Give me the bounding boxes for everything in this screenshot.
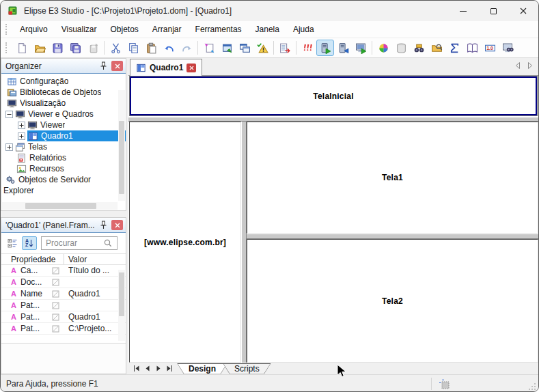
insert-frame-button[interactable] bbox=[236, 40, 253, 56]
sidebar-splitter[interactable] bbox=[1, 211, 126, 217]
tab-scroll-left-icon[interactable] bbox=[515, 61, 521, 70]
last-sheet-button[interactable] bbox=[164, 364, 175, 374]
new-button[interactable] bbox=[13, 40, 31, 56]
scrollbar-thumb[interactable] bbox=[119, 272, 124, 316]
tab-quadro1[interactable]: Quadro1 bbox=[130, 59, 202, 76]
stop-application-button[interactable] bbox=[334, 40, 352, 56]
config-icon bbox=[7, 76, 17, 87]
register-server-button[interactable] bbox=[84, 40, 102, 56]
menu-visualizar[interactable]: Visualizar bbox=[55, 21, 104, 38]
search-button[interactable] bbox=[410, 40, 428, 56]
tree-item-relatorios[interactable]: Relatórios bbox=[1, 152, 126, 163]
column-valor[interactable]: Valor bbox=[68, 255, 87, 264]
tree-item-bibliotecas[interactable]: Bibliotecas de Objetos bbox=[1, 87, 126, 98]
property-name: Doc... bbox=[20, 277, 52, 287]
expand-expander-icon[interactable] bbox=[18, 122, 25, 129]
design-canvas[interactable]: TelaInicial [www.elipse.com.br] Tela1 Te… bbox=[128, 76, 538, 363]
properties-pin-button[interactable] bbox=[97, 220, 109, 231]
tree-item-recursos[interactable]: Recursos bbox=[1, 163, 126, 174]
horizontal-splitter-top[interactable] bbox=[128, 117, 538, 122]
property-row[interactable]: A Pat... bbox=[1, 300, 126, 311]
run-viewer-button[interactable] bbox=[352, 40, 370, 56]
first-sheet-button[interactable] bbox=[131, 364, 142, 374]
search-in-files-button[interactable] bbox=[428, 40, 445, 56]
tree-item-viewer-e-quadros[interactable]: Viewer e Quadros bbox=[1, 109, 126, 120]
vertical-splitter[interactable] bbox=[241, 122, 247, 363]
next-sheet-button[interactable] bbox=[153, 364, 164, 374]
close-button[interactable] bbox=[508, 1, 538, 21]
redo-button[interactable] bbox=[178, 40, 195, 56]
tree-label: Viewer bbox=[40, 120, 65, 130]
resize-grip[interactable] bbox=[527, 382, 536, 391]
properties-close-button[interactable] bbox=[111, 220, 123, 230]
categorized-view-button[interactable] bbox=[5, 236, 20, 250]
tab-scripts[interactable]: Scripts bbox=[223, 363, 271, 374]
tree-item-configuracao[interactable]: Configuração bbox=[1, 76, 126, 87]
minimize-button[interactable] bbox=[448, 1, 478, 21]
undo-button[interactable] bbox=[160, 40, 178, 56]
menu-ajuda[interactable]: Ajuda bbox=[286, 21, 321, 38]
paste-button[interactable] bbox=[142, 40, 160, 56]
property-row[interactable]: A Ca... Título do ... bbox=[1, 265, 126, 277]
tree-item-telas[interactable]: Telas bbox=[1, 141, 126, 152]
database-button[interactable] bbox=[392, 40, 410, 56]
menu-arranjar[interactable]: Arranjar bbox=[146, 21, 189, 38]
search-input[interactable] bbox=[46, 238, 103, 248]
property-value[interactable]: Quadro1 bbox=[68, 289, 126, 298]
organizer-toggle-button[interactable] bbox=[276, 40, 294, 56]
version-control-button[interactable]: 1.0 bbox=[481, 40, 499, 56]
save-button[interactable] bbox=[49, 40, 66, 56]
organizer-close-button[interactable] bbox=[111, 61, 123, 71]
tree-label: Configuração bbox=[20, 76, 68, 86]
column-propriedade[interactable]: Propriedade bbox=[11, 255, 64, 264]
critical-errors-button[interactable] bbox=[299, 40, 316, 56]
scrollbar-thumb[interactable] bbox=[25, 203, 96, 209]
frame-www-elipse[interactable]: [www.elipse.com.br] bbox=[129, 122, 241, 363]
tree-item-explorer[interactable]: Explorer bbox=[1, 185, 126, 196]
property-row[interactable]: A Doc... bbox=[1, 277, 126, 288]
expand-expander-icon[interactable] bbox=[18, 132, 25, 140]
insert-object-button[interactable] bbox=[200, 40, 218, 56]
library-button[interactable] bbox=[463, 40, 481, 56]
sort-alphabetical-button[interactable]: A Z bbox=[22, 236, 37, 250]
frame-tela1[interactable]: Tela1 bbox=[247, 122, 538, 234]
tab-close-button[interactable] bbox=[186, 64, 196, 72]
menu-ferramentas[interactable]: Ferramentas bbox=[189, 21, 249, 38]
close-icon bbox=[189, 66, 194, 70]
expressions-button[interactable] bbox=[445, 40, 463, 56]
run-application-button[interactable] bbox=[316, 40, 334, 56]
tree-item-visualizacao[interactable]: Visualização bbox=[1, 98, 126, 109]
organizer-pin-button[interactable] bbox=[97, 61, 109, 72]
open-button[interactable] bbox=[31, 40, 49, 56]
maximize-button[interactable] bbox=[478, 1, 508, 21]
collapse-expander-icon[interactable] bbox=[5, 111, 13, 118]
tab-scroll-right-icon[interactable] bbox=[527, 61, 533, 70]
frame-telainicial[interactable]: TelaInicial bbox=[130, 76, 537, 115]
tree-item-objetos-de-servidor[interactable]: Objetos de Servidor bbox=[1, 174, 126, 185]
tree-item-viewer[interactable]: Viewer bbox=[1, 120, 126, 130]
menu-arquivo[interactable]: Arquivo bbox=[13, 21, 55, 38]
property-row[interactable]: A Pat... Quadro1 bbox=[1, 311, 126, 323]
insert-gallery-button[interactable] bbox=[374, 40, 392, 56]
property-value[interactable]: Título do ... bbox=[68, 266, 126, 275]
save-all-button[interactable] bbox=[66, 40, 84, 56]
menu-janela[interactable]: Janela bbox=[249, 21, 286, 38]
property-row[interactable]: A Name Quadro1 bbox=[1, 288, 126, 300]
expand-expander-icon[interactable] bbox=[5, 143, 13, 151]
property-type-glyph: A bbox=[11, 290, 20, 298]
horizontal-splitter-middle[interactable] bbox=[247, 234, 538, 239]
menu-objetos[interactable]: Objetos bbox=[104, 21, 146, 38]
property-row[interactable]: A Pat... C:\Projeto... bbox=[1, 323, 126, 335]
watch-viewer-button[interactable] bbox=[499, 40, 516, 56]
insert-screen-in-frame-button[interactable] bbox=[218, 40, 236, 56]
tree-item-quadro1[interactable]: Quadro1 bbox=[1, 130, 126, 141]
property-value[interactable]: C:\Projeto... bbox=[68, 324, 126, 333]
cut-button[interactable] bbox=[107, 40, 124, 56]
tab-design[interactable]: Design bbox=[177, 363, 227, 374]
verify-application-button[interactable] bbox=[253, 40, 271, 56]
frame-tela2[interactable]: Tela2 bbox=[247, 239, 538, 363]
scrollbar-thumb[interactable] bbox=[119, 121, 124, 194]
property-value[interactable]: Quadro1 bbox=[68, 312, 126, 322]
copy-button[interactable] bbox=[124, 40, 142, 56]
previous-sheet-button[interactable] bbox=[142, 364, 153, 374]
